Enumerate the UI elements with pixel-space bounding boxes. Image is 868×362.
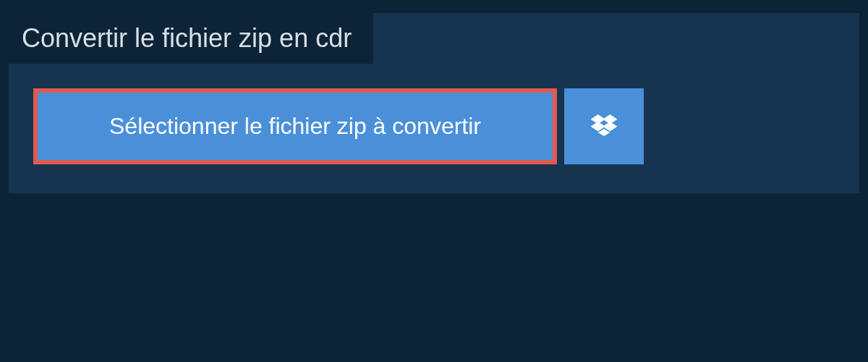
dropbox-button[interactable] [564,88,644,164]
select-file-button[interactable]: Sélectionner le fichier zip à convertir [33,88,557,164]
dropbox-icon [590,111,618,143]
button-row: Sélectionner le fichier zip à convertir [33,88,644,164]
page-title: Convertir le fichier zip en cdr [9,13,373,64]
converter-panel: Convertir le fichier zip en cdr Sélectio… [9,13,859,193]
